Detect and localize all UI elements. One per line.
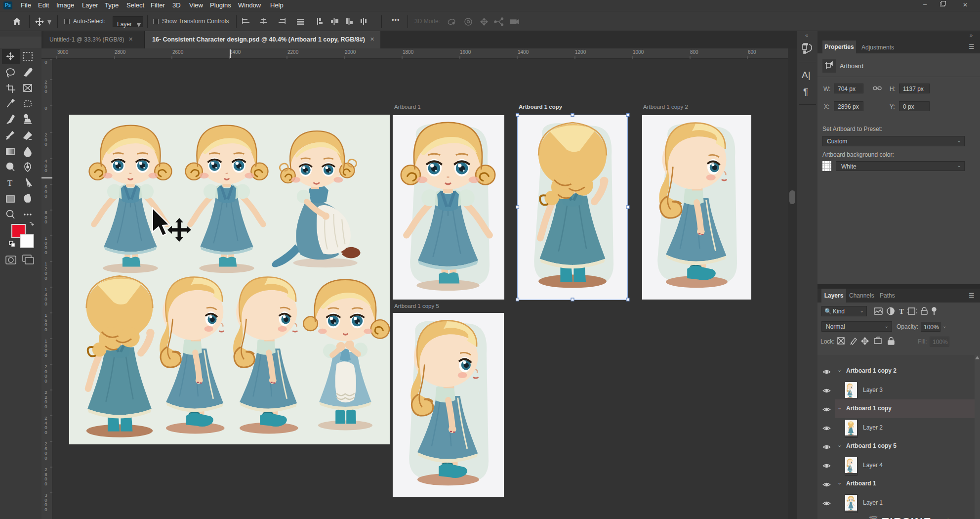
svg-text:T: T xyxy=(899,307,904,315)
svg-text:0: 0 xyxy=(44,327,47,332)
svg-text:0: 0 xyxy=(44,430,47,435)
svg-text:2000: 2000 xyxy=(345,49,356,55)
svg-text:0: 0 xyxy=(44,481,47,486)
svg-text:0: 0 xyxy=(44,301,47,306)
svg-text:0: 0 xyxy=(44,141,47,147)
svg-text:0: 0 xyxy=(44,378,47,384)
svg-text:0: 0 xyxy=(44,105,47,111)
svg-text:0: 0 xyxy=(44,250,47,255)
svg-text:0: 0 xyxy=(44,193,47,199)
svg-text:800: 800 xyxy=(690,49,698,55)
svg-text:0: 0 xyxy=(44,219,47,224)
svg-text:2400: 2400 xyxy=(230,49,241,55)
svg-text:0: 0 xyxy=(44,352,47,358)
svg-text:2600: 2600 xyxy=(172,49,184,55)
svg-text:0: 0 xyxy=(44,404,47,409)
svg-text:600: 600 xyxy=(748,49,756,55)
svg-text:0: 0 xyxy=(44,59,47,65)
svg-text:0: 0 xyxy=(44,168,47,173)
svg-text:3000: 3000 xyxy=(57,49,69,55)
svg-text:0: 0 xyxy=(44,275,47,281)
svg-text:1600: 1600 xyxy=(460,49,471,55)
svg-text:2200: 2200 xyxy=(287,49,299,55)
svg-text:T: T xyxy=(7,178,13,188)
svg-text:1800: 1800 xyxy=(403,49,414,55)
svg-text:1000: 1000 xyxy=(633,49,644,55)
svg-text:1400: 1400 xyxy=(518,49,529,55)
svg-text:2800: 2800 xyxy=(115,49,126,55)
svg-text:0: 0 xyxy=(44,507,47,512)
svg-text:0: 0 xyxy=(44,88,47,94)
svg-text:0: 0 xyxy=(44,455,47,461)
svg-text:1200: 1200 xyxy=(575,49,586,55)
